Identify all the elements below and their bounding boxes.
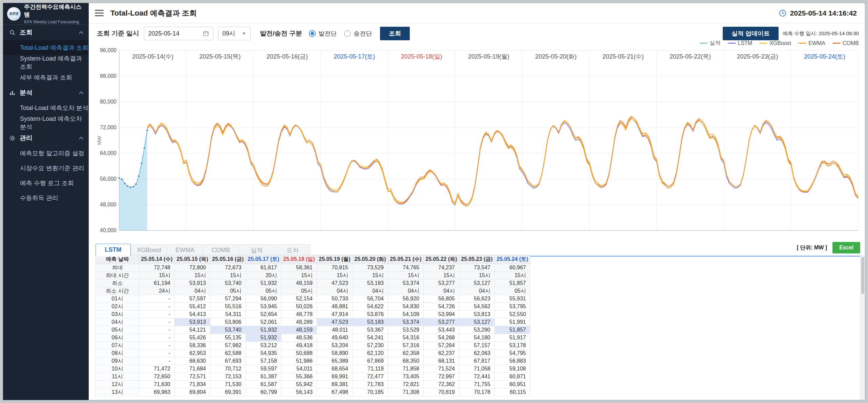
row-label-cell: 최대 — [96, 264, 139, 272]
sidebar-item[interactable]: System-Load 예측결과 조회 — [3, 55, 89, 70]
table-cell: 71,834 — [175, 381, 210, 388]
tab-XGBoost[interactable]: XGBoost — [131, 244, 167, 256]
toolbar-right: 실적 업데이트 예측 수행 일시: 2025-05-14 09:30 — [723, 27, 859, 40]
table-header-cell: 25.05.16 (금) — [210, 255, 246, 264]
sidebar-item[interactable]: 세부 예측결과 조회 — [3, 70, 89, 85]
tab-LSTM[interactable]: LSTM — [96, 244, 131, 256]
table-cell: 48,159 — [281, 279, 317, 287]
clock-box: 2025-05-14 14:16:42 — [779, 9, 857, 17]
table-cell: - — [139, 303, 175, 311]
radio-generation-dot[interactable] — [309, 30, 316, 37]
analysis-icon — [9, 90, 16, 96]
sidebar-item[interactable]: System-Load 예측오차 분석 — [3, 115, 89, 130]
calendar-icon — [203, 30, 209, 37]
table-cell: 51,991 — [495, 318, 530, 326]
legend-item-EWMA: EWMA — [799, 40, 825, 46]
table-cell: 56,920 — [388, 295, 424, 303]
table-cell: 51,932 — [246, 334, 281, 342]
sidebar-item[interactable]: 예측모형 알고리즘 설정 — [3, 146, 89, 161]
table-cell: 53,913 — [175, 318, 210, 326]
table-cell: 71,755 — [459, 381, 495, 388]
sidebar-section-manage[interactable]: 관리 — [3, 130, 89, 146]
tab-실적[interactable]: 실적 — [239, 244, 274, 256]
table-header-cell: 25.05.15 (목) — [175, 255, 210, 264]
sidebar-item[interactable]: 수동취득 관리 — [3, 191, 89, 205]
scrollbar-thumb[interactable] — [861, 257, 864, 294]
table-cell: 53,876 — [353, 311, 388, 318]
date-input[interactable]: 2025-05-14 — [144, 27, 213, 40]
table-cell: 49,418 — [281, 342, 317, 350]
table-cell: 53,183 — [353, 279, 388, 287]
vertical-scrollbar[interactable] — [860, 255, 865, 400]
table-row: 02시-55,41255,51653,94550,02648,88154,622… — [96, 303, 530, 311]
series-COMB — [147, 116, 858, 205]
table-cell: 68,131 — [424, 357, 459, 365]
sidebar-item[interactable]: 예측 수행 로그 조회 — [3, 176, 89, 191]
table-cell: 53,740 — [210, 279, 246, 287]
table-row: 06시-55,42655,13551,93248,53649,64054,241… — [96, 334, 530, 342]
table-cell: 54,311 — [210, 311, 246, 318]
table-cell: 04시 — [353, 287, 388, 295]
menu-icon[interactable] — [95, 10, 104, 16]
table-cell: 04시 — [388, 287, 424, 295]
search-icon — [9, 29, 16, 36]
sidebar-nav: 조회Total-Load 예측결과 조회System-Load 예측결과 조회세… — [3, 25, 89, 205]
sidebar-section-analysis[interactable]: 분석 — [3, 85, 89, 100]
table-cell: 57,982 — [210, 342, 246, 350]
svg-text:80,000: 80,000 — [100, 99, 117, 105]
svg-text:2025-05-18(일): 2025-05-18(일) — [401, 53, 442, 60]
manage-icon — [9, 135, 16, 141]
radio-transmission[interactable]: 송전단 — [344, 29, 372, 38]
svg-text:2025-05-14(수): 2025-05-14(수) — [132, 53, 173, 60]
table-cell: 71,472 — [139, 365, 175, 373]
sidebar-item[interactable]: Total-Load 예측결과 조회 — [3, 40, 89, 55]
app-logo: KPX 주간전력수요예측시스템 KPX Weekly Load Forecast… — [3, 3, 89, 25]
tab-EWMA[interactable]: EWMA — [167, 244, 203, 256]
actual-update-button[interactable]: 실적 업데이트 — [723, 27, 779, 40]
radio-generation[interactable]: 발전단 — [309, 29, 337, 38]
table-cell: 53,806 — [210, 318, 246, 326]
table-cell: 54,316 — [388, 334, 424, 342]
table-cell: 69,804 — [175, 388, 210, 396]
table-cell: 54,795 — [495, 350, 530, 357]
table-cell: 72,997 — [424, 373, 459, 381]
table-cell: 67,869 — [353, 357, 388, 365]
table-cell: 53,945 — [246, 303, 281, 311]
table-cell: 72,673 — [210, 264, 246, 272]
table-cell: 56,623 — [459, 295, 495, 303]
sidebar-item[interactable]: Total-Load 예측오차 분석 — [3, 100, 89, 115]
chart-area: 실적LSTMXGBoostEWMACOMB 96,00088,00080,000… — [96, 40, 860, 243]
table-cell: 55,412 — [175, 303, 210, 311]
sidebar-item[interactable]: 시장수요 변환기준 관리 — [3, 161, 89, 176]
radio-generation-label: 발전단 — [318, 29, 337, 38]
excel-export-button[interactable]: Excel — [832, 242, 860, 253]
time-select[interactable]: 09시 ▼ — [218, 27, 251, 40]
svg-text:88,000: 88,000 — [100, 73, 117, 79]
tab-오차[interactable]: 오차 — [275, 244, 310, 256]
legend-label: LSTM — [738, 40, 753, 46]
table-cell: 51,917 — [495, 334, 530, 342]
radio-transmission-label: 송전단 — [354, 29, 372, 38]
sidebar-section-label: 관리 — [20, 134, 33, 142]
tab-COMB[interactable]: COMB — [203, 244, 238, 256]
table-cell: 54,011 — [281, 365, 317, 373]
table-cell: 54,268 — [424, 334, 459, 342]
svg-text:64,000: 64,000 — [100, 150, 117, 156]
table-row: 11시72,65072,57172,15361,38755,36669,9917… — [96, 373, 530, 381]
svg-text:2025-05-16(금): 2025-05-16(금) — [267, 53, 308, 60]
table-cell: 73,547 — [459, 264, 495, 272]
table-row: 09시-68,63067,69357,15851,98665,38967,869… — [96, 357, 530, 365]
table-cell: 49,640 — [317, 334, 353, 342]
table-cell: 70,712 — [210, 365, 246, 373]
search-button[interactable]: 조회 — [380, 27, 410, 40]
table-row: 최소61,19453,91353,74051,93248,15947,52353… — [96, 279, 530, 287]
sidebar-section-search[interactable]: 조회 — [3, 25, 89, 40]
table-cell: 74,237 — [424, 264, 459, 272]
table-cell: 71,308 — [388, 388, 424, 396]
table-header-cell: 25.05.22 (목) — [424, 255, 459, 264]
radio-transmission-dot[interactable] — [344, 30, 351, 37]
svg-text:2025-05-23(금): 2025-05-23(금) — [737, 53, 778, 60]
table-row: 03시-54,41354,31152,65448,77847,91453,876… — [96, 311, 530, 318]
table-cell: 72,477 — [353, 373, 388, 381]
table-cell: 05시 — [495, 287, 530, 295]
